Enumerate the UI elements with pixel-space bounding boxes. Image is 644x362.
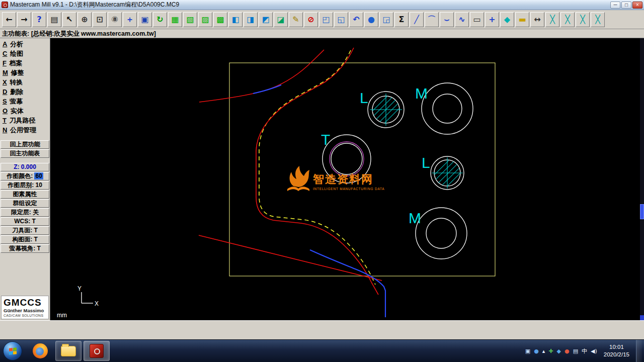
cursor-analyze-icon[interactable]: ↖	[62, 12, 76, 27]
toolpath-contour-dashed	[259, 50, 375, 285]
field-attributes[interactable]: 图素属性	[1, 190, 49, 199]
vertical-scrollbar-thumb[interactable]	[640, 204, 644, 219]
taskbar-clock[interactable]: 10:01 2020/2/15	[604, 343, 629, 358]
cplane-iso-icon[interactable]: ◪	[274, 12, 288, 27]
sidebar-item-file[interactable]: F 档案	[0, 58, 50, 68]
fit-screen-icon[interactable]: ▣	[138, 12, 152, 27]
main-menu-button[interactable]: 回主功能表	[1, 149, 49, 158]
taskbar-explorer-button[interactable]	[55, 341, 82, 361]
shade-icon[interactable]: ●	[364, 12, 378, 27]
create-rectangle-icon[interactable]: ▭	[470, 12, 484, 27]
field-draw-color[interactable]: 作图颜色: 60	[1, 172, 49, 180]
sidebar-item-screen[interactable]: S 萤幕	[0, 97, 50, 106]
menu-status-bar: 主功能表: [总经销:欣昊实业 www.mastercam.com.tw]	[0, 29, 644, 38]
hole-label-m1: M	[415, 85, 428, 102]
taskbar-firefox-button[interactable]	[27, 341, 53, 361]
zoom-window-icon[interactable]: ⊡	[93, 12, 107, 27]
close-button[interactable]: ×	[632, 2, 642, 9]
create-fillet-icon[interactable]: ⌣	[440, 12, 454, 27]
create-spline-icon[interactable]: ∿	[455, 12, 469, 27]
start-button[interactable]	[3, 341, 22, 360]
zoom-select-icon[interactable]: ⊕	[77, 12, 92, 27]
gview-side-icon[interactable]: ▨	[198, 12, 212, 27]
sidebar-item-solids[interactable]: O 实体	[0, 106, 50, 116]
create-line-icon[interactable]: ╱	[410, 12, 424, 27]
gmccs-logo-title: GMCCS	[4, 298, 47, 308]
create-arc-icon[interactable]: ⌒	[425, 12, 439, 27]
cplane-top-icon[interactable]: ◧	[228, 12, 243, 27]
color-pencil-icon[interactable]: ✎	[289, 12, 303, 27]
file-manager-icon[interactable]: ▤	[47, 12, 61, 27]
field-tool-plane[interactable]: 刀具面: T	[1, 226, 49, 235]
hole-label-m2: M	[409, 210, 421, 226]
delete-entity-icon[interactable]: ⊘	[304, 12, 318, 27]
firefox-icon	[33, 343, 48, 358]
trim-two-icon[interactable]: ╳	[560, 12, 575, 27]
field-construction-plane[interactable]: 构图面: T	[1, 235, 49, 244]
trim-three-icon[interactable]: ╳	[576, 12, 590, 27]
create-point-icon[interactable]: +	[485, 12, 499, 27]
create-surface-icon[interactable]: ◆	[500, 12, 514, 27]
field-level-mask[interactable]: 限定层: 关	[1, 208, 49, 217]
titlebar[interactable]: Mastercam Mill v9.1 - D:\资料网Mastercam编程\…	[0, 0, 644, 10]
gview-isometric-icon[interactable]: ▩	[213, 12, 227, 27]
window-title: Mastercam Mill v9.1 - D:\资料网Mastercam编程\…	[10, 1, 179, 9]
tray-volume-icon[interactable]: ◀)	[591, 348, 597, 354]
field-draw-level[interactable]: 作图层别: 10	[1, 181, 49, 190]
watermark-cn: 智造资料网	[312, 173, 373, 186]
taskbar-mastercam-button[interactable]	[84, 341, 110, 361]
screen-statistics-icon[interactable]: ◰	[319, 12, 333, 27]
tray-input-lang-icon[interactable]: 中	[582, 347, 587, 355]
sidebar-item-modify[interactable]: M 修整	[0, 68, 50, 77]
sidebar-item-toolpaths[interactable]: T 刀具路径	[0, 116, 50, 125]
hole-label-l1: L	[360, 89, 368, 106]
screen-info-icon[interactable]: ◱	[334, 12, 348, 27]
zoom-previous-icon[interactable]: ⑧	[108, 12, 122, 27]
repaint-icon[interactable]: ↻	[153, 12, 167, 27]
prompt-area	[0, 320, 644, 339]
tray-computer-icon[interactable]: ▤	[573, 348, 578, 354]
tray-browser-icon[interactable]: ●	[534, 348, 539, 354]
hidden-icons-arrow-icon[interactable]: ▴	[542, 348, 545, 354]
sidebar-item-xform[interactable]: X 转换	[0, 77, 50, 87]
undo-icon[interactable]: ↶	[349, 12, 363, 27]
show-desktop-button[interactable]	[636, 340, 642, 362]
field-groups[interactable]: 群组设定	[1, 199, 49, 208]
red-line-bottom	[199, 235, 382, 281]
graphics-canvas[interactable]: LMTLMYXmm智造资料网INTELLIGENT MANUFACTURING …	[50, 38, 640, 320]
back-menu-button[interactable]: 回上层功能	[1, 140, 49, 149]
watermark-en: INTELLIGENT MANUFACTURING DATA	[313, 187, 384, 191]
tray-security-icon[interactable]: ◆	[557, 348, 561, 354]
sidebar-item-nc-utils[interactable]: N 公用管理	[0, 125, 50, 135]
mastercam-window: Mastercam Mill v9.1 - D:\资料网Mastercam编程\…	[0, 0, 644, 362]
pan-icon[interactable]: ＋	[123, 12, 137, 27]
help-icon[interactable]: ?	[32, 12, 46, 27]
dimension-icon[interactable]: ↔	[530, 12, 544, 27]
scrollbar-down-arrow[interactable]	[640, 315, 644, 320]
sidebar-item-create[interactable]: C 绘图	[0, 49, 50, 58]
trim-divide-icon[interactable]: ╳	[591, 12, 605, 27]
viewport-config-icon[interactable]: ◲	[379, 12, 393, 27]
cplane-side-icon[interactable]: ◩	[259, 12, 273, 27]
gview-top-icon[interactable]: ▦	[168, 12, 182, 27]
cplane-front-icon[interactable]: ◨	[244, 12, 258, 27]
field-gview[interactable]: 萤幕视角: T	[1, 244, 49, 253]
sidebar-item-analyze[interactable]: A 分析	[0, 39, 50, 49]
back-arrow-icon[interactable]: ←	[2, 12, 16, 27]
field-z-depth[interactable]: Z: 0.000	[1, 163, 49, 171]
watermark-logo	[287, 166, 309, 191]
tray-shield-icon[interactable]: ✚	[548, 348, 553, 354]
cad-drawing: LMTLMYXmm智造资料网INTELLIGENT MANUFACTURING …	[50, 38, 639, 320]
tray-update-icon[interactable]: ●	[565, 348, 570, 354]
field-wcs[interactable]: WCS: T	[1, 217, 49, 226]
create-solid-icon[interactable]: ▬	[515, 12, 529, 27]
minimize-button[interactable]: ─	[610, 2, 620, 9]
analyze-sigma-icon[interactable]: Σ	[394, 12, 409, 27]
vertical-scrollbar[interactable]	[640, 38, 644, 320]
tray-monitor-icon[interactable]: ▣	[525, 348, 530, 354]
forward-arrow-icon[interactable]: →	[17, 12, 31, 27]
trim-entity-icon[interactable]: ╳	[545, 12, 559, 27]
gview-front-icon[interactable]: ▧	[183, 12, 197, 27]
sidebar-item-delete[interactable]: D 删除	[0, 87, 50, 97]
maximize-button[interactable]: □	[621, 2, 631, 9]
